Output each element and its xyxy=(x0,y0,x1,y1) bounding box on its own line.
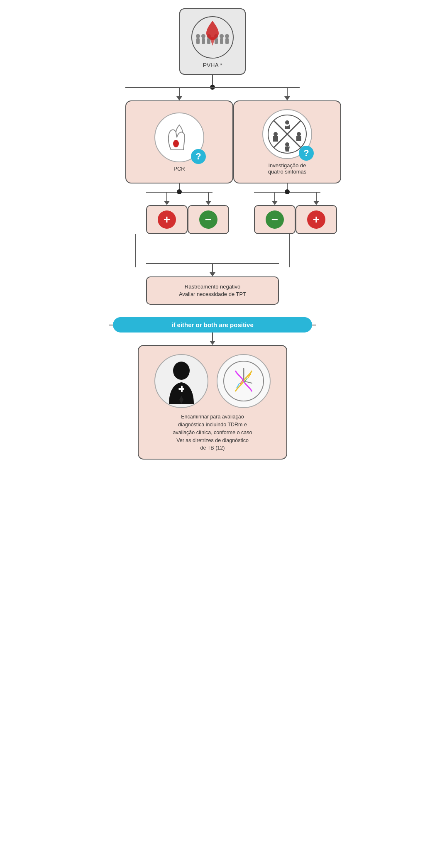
pcr-minus-card: − xyxy=(188,205,229,234)
vline-symp-plus-long xyxy=(289,234,290,267)
vline-left-top xyxy=(179,88,180,96)
vline-pcr-plus-long xyxy=(135,234,136,267)
final-card-text: Encaminhar para avaliação diagnóstica in… xyxy=(173,413,252,452)
doctor-icon xyxy=(154,354,208,408)
dna-icon xyxy=(217,354,271,408)
symp-plus-card: + xyxy=(296,205,337,234)
banner-left-connector xyxy=(109,325,113,325)
symptoms-card: ? Investigação de quatro sintomas xyxy=(233,100,341,183)
svg-point-11 xyxy=(225,34,229,38)
pcr-card: ? PCR xyxy=(125,100,233,183)
svg-point-22 xyxy=(173,362,190,380)
svg-point-9 xyxy=(220,34,224,38)
arrow-pcr-plus xyxy=(164,201,170,205)
left-branch: ? PCR + xyxy=(125,88,233,234)
vline-symp-bottom xyxy=(287,183,288,192)
svg-point-21 xyxy=(297,132,301,136)
symptoms-icon-area: ? xyxy=(262,109,312,159)
svg-rect-24 xyxy=(181,386,183,392)
svg-point-19 xyxy=(274,132,278,136)
svg-rect-2 xyxy=(196,38,200,44)
symp-minus-branch: − xyxy=(254,193,296,234)
right-branch: ? Investigação de quatro sintomas xyxy=(233,88,341,234)
svg-point-1 xyxy=(196,34,200,38)
final-card: Encaminhar para avaliação diagnóstica in… xyxy=(138,345,287,460)
symptoms-question-badge: ? xyxy=(299,146,314,161)
arrow-banner-bottom xyxy=(210,341,215,345)
vline-pcr-bottom xyxy=(179,183,180,192)
pcr-icon-area: ? xyxy=(154,112,204,162)
symp-plus-down xyxy=(279,234,300,267)
banner: if either or both are positive xyxy=(113,317,312,333)
pvha-label: PVHA * xyxy=(203,62,222,68)
negative-card-text: Rastreamento negativo Avaliar necessidad… xyxy=(155,283,270,298)
banner-section: if either or both are positive xyxy=(109,317,316,333)
svg-rect-4 xyxy=(202,38,205,44)
pcr-plus-branch: + xyxy=(146,193,188,234)
pvha-icon xyxy=(190,15,235,60)
arrow-neg xyxy=(210,272,215,276)
pcr-minus-sign: − xyxy=(199,210,217,229)
symptoms-label: Investigação de quatro sintomas xyxy=(268,162,307,175)
svg-point-14 xyxy=(174,140,178,143)
doctor-icon-svg xyxy=(159,358,204,404)
vline-pcr-minus xyxy=(208,193,209,201)
pcr-plus-card: + xyxy=(146,205,188,234)
symp-minus-card: − xyxy=(254,205,296,234)
negative-card: Rastreamento negativo Avaliar necessidad… xyxy=(146,276,279,305)
svg-point-3 xyxy=(201,34,205,38)
dot-symp-bottom xyxy=(285,189,290,194)
symp-plus-sign: + xyxy=(307,210,325,229)
vline-banner-bottom xyxy=(212,333,213,341)
dot-pcr-bottom xyxy=(177,189,182,194)
arrow-symp-plus xyxy=(313,201,319,205)
vline-right-top xyxy=(287,88,288,96)
svg-rect-12 xyxy=(225,38,229,44)
symp-minus-sign: − xyxy=(266,210,284,229)
vline-symp-plus xyxy=(316,193,317,201)
pcr-plus-sign: + xyxy=(158,210,176,229)
svg-rect-10 xyxy=(220,38,223,44)
pcr-plus-down xyxy=(125,234,146,267)
vline-pcr-plus xyxy=(166,193,167,201)
vline-symp-minus xyxy=(274,193,275,201)
negative-center: Rastreamento negativo Avaliar necessidad… xyxy=(146,234,279,305)
arrow-left-top xyxy=(176,96,182,100)
svg-point-18 xyxy=(285,120,289,125)
pcr-question-badge: ? xyxy=(191,149,206,164)
svg-point-20 xyxy=(285,142,289,147)
vline-neg-top xyxy=(212,264,213,272)
symp-plus-branch: + xyxy=(296,193,337,234)
arrow-pcr-minus xyxy=(205,201,211,205)
pcr-minus-branch: − xyxy=(188,193,229,234)
arrow-right-top xyxy=(284,96,290,100)
banner-right-connector xyxy=(312,325,316,325)
h-bar-top xyxy=(125,87,300,88)
dna-icon-svg xyxy=(221,358,266,404)
pvha-card: PVHA * xyxy=(179,8,246,75)
vline-top xyxy=(212,75,213,87)
final-card-icons xyxy=(154,354,271,408)
arrow-symp-minus xyxy=(272,201,278,205)
pcr-label: PCR xyxy=(173,166,185,172)
flowchart: PVHA * xyxy=(67,8,358,460)
